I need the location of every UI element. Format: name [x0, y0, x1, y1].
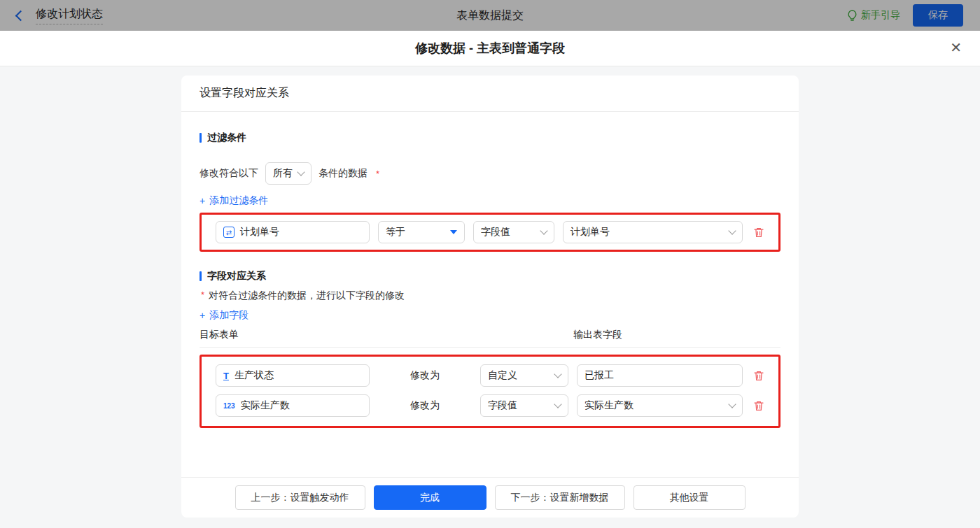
custom-value-input[interactable]: 已报工 [577, 364, 743, 387]
trash-icon [753, 400, 764, 411]
plus-icon: + [200, 310, 205, 321]
mapping-description-text: 对符合过滤条件的数据，进行以下字段的修改 [209, 290, 405, 302]
filter-operator-value: 等于 [386, 226, 450, 238]
filter-section-title: 过滤条件 [200, 131, 780, 144]
mapping-row: 123 实际生产数 修改为 字段值 实际生产数 [216, 394, 764, 417]
done-button[interactable]: 完成 [374, 485, 486, 510]
chevron-down-icon [728, 227, 736, 234]
delete-condition-button[interactable] [753, 227, 764, 238]
add-filter-condition-link[interactable]: + 添加过滤条件 [200, 194, 268, 207]
chevron-down-icon [728, 400, 736, 408]
text-field-icon: T [223, 371, 229, 381]
card-header-title: 设置字段对应关系 [181, 76, 799, 112]
add-field-link[interactable]: + 添加字段 [200, 309, 248, 322]
value-mode-select[interactable]: 字段值 [480, 394, 568, 417]
section-bar-icon [200, 271, 202, 281]
chevron-down-icon [297, 168, 304, 176]
delete-mapping-button[interactable] [753, 370, 764, 381]
source-field-value: 实际生产数 [584, 399, 729, 412]
card-footer: 上一步：设置触发动作 完成 下一步：设置新增数据 其他设置 [181, 477, 799, 518]
target-field-value: 实际生产数 [241, 399, 362, 412]
match-mode-select[interactable]: 所有 [265, 162, 312, 185]
add-filter-condition-label: 添加过滤条件 [209, 194, 268, 207]
trash-icon [753, 227, 764, 238]
section-bar-icon [200, 133, 202, 143]
custom-value-text: 已报工 [584, 369, 735, 382]
number-field-icon: 123 [223, 402, 235, 410]
filter-value-field-value: 计划单号 [570, 226, 729, 238]
match-suffix-label: 条件的数据 [318, 167, 368, 180]
modal-header: 修改数据 - 主表到普通字段 ✕ [0, 31, 980, 66]
serial-number-icon: ⇄ [223, 227, 234, 238]
value-mode-value: 字段值 [488, 399, 555, 412]
source-field-select[interactable]: 实际生产数 [577, 394, 743, 417]
mapping-column-headers: 目标表单 输出表字段 [200, 329, 780, 348]
target-field-input[interactable]: 123 实际生产数 [216, 394, 370, 417]
filter-section-label: 过滤条件 [207, 131, 246, 144]
target-form-column-header: 目标表单 [200, 329, 239, 341]
field-mapping-annotation-box: T 生产状态 修改为 自定义 已报工 [200, 355, 780, 428]
match-mode-value: 所有 [273, 167, 298, 180]
target-field-input[interactable]: T 生产状态 [216, 364, 370, 387]
filter-operator-select[interactable]: 等于 [378, 221, 465, 243]
chevron-down-icon [554, 400, 561, 408]
filter-condition-annotation-box: ⇄ 计划单号 等于 字段值 计划单号 [200, 213, 780, 252]
mapping-section-title: 字段对应关系 [200, 270, 780, 283]
required-mark: * [201, 290, 204, 300]
triangle-down-icon [450, 230, 457, 234]
filter-field-input[interactable]: ⇄ 计划单号 [216, 221, 370, 243]
required-mark: * [376, 169, 379, 179]
value-mode-value: 自定义 [488, 369, 555, 382]
match-prefix-label: 修改符合以下 [200, 167, 258, 180]
chevron-down-icon [540, 227, 547, 234]
modify-to-label: 修改为 [370, 399, 480, 412]
output-field-column-header: 输出表字段 [573, 329, 622, 341]
modal-title: 修改数据 - 主表到普通字段 [415, 40, 565, 57]
filter-value-type-value: 字段值 [481, 226, 541, 238]
filter-value-field-select[interactable]: 计划单号 [563, 221, 743, 243]
trash-icon [753, 370, 764, 381]
other-settings-button[interactable]: 其他设置 [634, 485, 746, 510]
close-icon[interactable]: ✕ [950, 41, 962, 55]
modal-body: 设置字段对应关系 过滤条件 修改符合以下 所有 条件的数据 * + 添加过滤条件 [0, 76, 980, 528]
card-content: 过滤条件 修改符合以下 所有 条件的数据 * + 添加过滤条件 [181, 112, 799, 477]
modal-dim-overlay [0, 0, 980, 31]
mapping-section-label: 字段对应关系 [207, 270, 266, 283]
settings-card: 设置字段对应关系 过滤条件 修改符合以下 所有 条件的数据 * + 添加过滤条件 [181, 76, 799, 518]
top-bar: 修改计划状态 表单数据提交 新手引导 保存 [0, 0, 980, 31]
match-condition-row: 修改符合以下 所有 条件的数据 * [200, 162, 780, 185]
modify-to-label: 修改为 [370, 369, 480, 382]
next-step-button[interactable]: 下一步：设置新增数据 [495, 485, 625, 510]
value-mode-select[interactable]: 自定义 [480, 364, 568, 387]
prev-step-button[interactable]: 上一步：设置触发动作 [235, 485, 365, 510]
chevron-down-icon [554, 370, 561, 378]
mapping-description: * 对符合过滤条件的数据，进行以下字段的修改 [200, 290, 780, 302]
filter-value-type-select[interactable]: 字段值 [473, 221, 554, 243]
delete-mapping-button[interactable] [753, 400, 764, 411]
filter-field-value: 计划单号 [240, 226, 362, 238]
target-field-value: 生产状态 [234, 369, 362, 382]
mapping-row: T 生产状态 修改为 自定义 已报工 [216, 364, 764, 387]
plus-icon: + [200, 195, 205, 206]
add-field-label: 添加字段 [209, 309, 248, 322]
